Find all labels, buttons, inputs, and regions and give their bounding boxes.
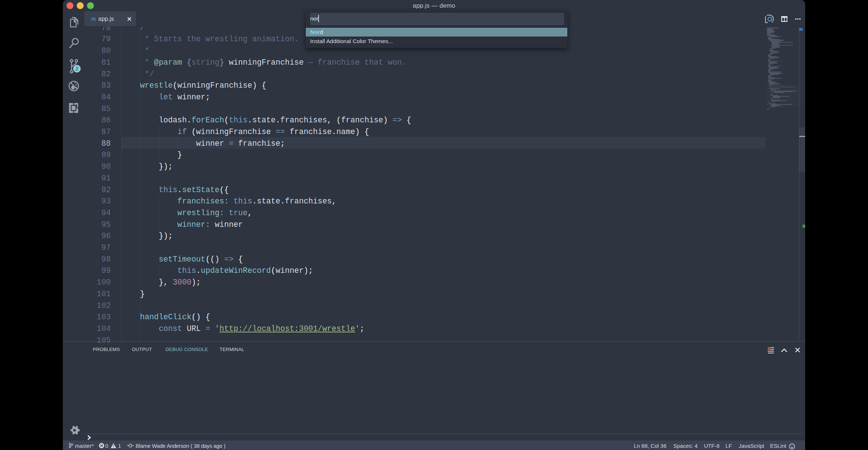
svg-text:2: 2 [75, 66, 78, 72]
